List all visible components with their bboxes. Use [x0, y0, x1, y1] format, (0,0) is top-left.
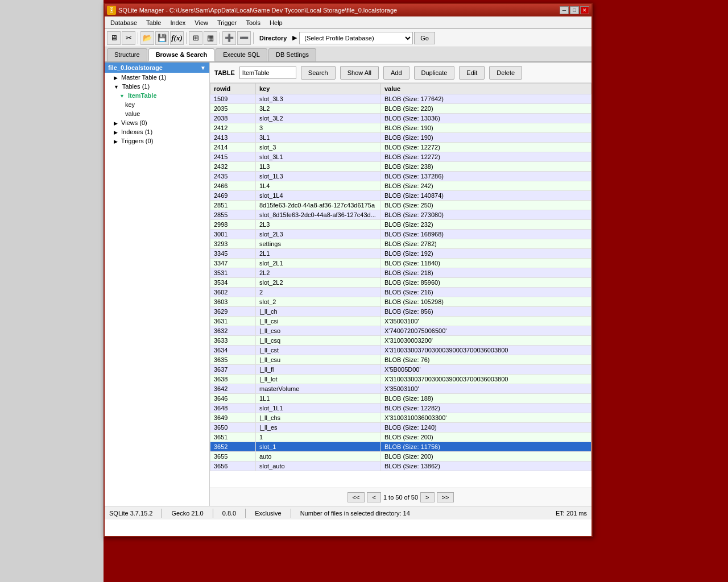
table-row[interactable]: 3293settingsBLOB (Size: 2782): [210, 239, 592, 249]
toolbar-save[interactable]: 💾: [155, 31, 169, 45]
table-row[interactable]: 28518d15fe63-2dc0-44a8-af36-127c43d6175a…: [210, 201, 592, 210]
toolbar-del-row[interactable]: ➖: [237, 31, 251, 45]
table-row[interactable]: 3650|_ll_esBLOB (Size: 1240): [210, 423, 592, 433]
cell-value: BLOB (Size: 12272): [381, 152, 592, 162]
sidebar-triggers[interactable]: ▶ Triggers (0): [105, 136, 209, 146]
table-row[interactable]: 24133L1BLOB (Size: 190): [210, 133, 592, 143]
menu-tools[interactable]: Tools: [242, 18, 264, 27]
table-row[interactable]: 3656slot_autoBLOB (Size: 13862): [210, 462, 592, 471]
cell-rowid: 2415: [210, 152, 256, 162]
status-sep-3: [245, 509, 246, 518]
delete-button[interactable]: Delete: [489, 66, 522, 80]
menu-database[interactable]: Database: [107, 18, 140, 27]
toolbar-new-db[interactable]: 🖥: [107, 31, 121, 45]
menu-table[interactable]: Table: [143, 18, 164, 27]
table-row[interactable]: 3634|_ll_cstX'31003300370030003900037000…: [210, 346, 592, 355]
table-row[interactable]: 3642masterVolumeX'35003100': [210, 384, 592, 394]
table-row[interactable]: 36461L1BLOB (Size: 188): [210, 394, 592, 404]
menu-view[interactable]: View: [191, 18, 212, 27]
add-button[interactable]: Add: [383, 66, 410, 80]
cell-key: |_ll_lot: [256, 375, 381, 384]
prev-page-button[interactable]: <: [367, 492, 380, 502]
sidebar-item-table[interactable]: ▼ ItemTable: [105, 91, 209, 100]
table-row[interactable]: 2435slot_1L3BLOB (Size: 137286): [210, 172, 592, 181]
table-row[interactable]: 2414slot_3BLOB (Size: 12272): [210, 143, 592, 152]
table-row[interactable]: 29982L3BLOB (Size: 232): [210, 220, 592, 230]
tables-label: Tables (1): [122, 83, 150, 90]
table-row[interactable]: 3648slot_1L1BLOB (Size: 12282): [210, 404, 592, 413]
sidebar-value-col[interactable]: value: [105, 109, 209, 118]
table-label: TABLE: [214, 69, 235, 76]
sidebar-key-col[interactable]: key: [105, 100, 209, 109]
tab-execute-sql[interactable]: Execute SQL: [216, 48, 267, 61]
tab-db-settings[interactable]: DB Settings: [268, 48, 316, 61]
table-row[interactable]: 3652slot_1BLOB (Size: 11756): [210, 442, 592, 452]
table-row[interactable]: 3629|_ll_chBLOB (Size: 856): [210, 307, 592, 317]
table-row[interactable]: 1509slot_3L3BLOB (Size: 177642): [210, 94, 592, 104]
table-row[interactable]: 3603slot_2BLOB (Size: 105298): [210, 297, 592, 307]
table-row[interactable]: 33452L1BLOB (Size: 192): [210, 249, 592, 259]
first-page-button[interactable]: <<: [348, 492, 365, 502]
sidebar-master-table[interactable]: ▶ Master Table (1): [105, 73, 209, 82]
tab-structure[interactable]: Structure: [107, 48, 147, 61]
table-row[interactable]: 24123BLOB (Size: 190): [210, 123, 592, 133]
search-button[interactable]: Search: [301, 66, 336, 80]
table-row[interactable]: 3635|_ll_csuBLOB (Size: 76): [210, 355, 592, 365]
menu-help[interactable]: Help: [266, 18, 286, 27]
table-row[interactable]: 2038slot_3L2BLOB (Size: 13036): [210, 114, 592, 123]
show-all-button[interactable]: Show All: [340, 66, 379, 80]
menu-trigger[interactable]: Trigger: [214, 18, 240, 27]
window-controls[interactable]: ─ □ ✕: [560, 6, 589, 14]
toolbar-func[interactable]: f(x): [170, 31, 184, 45]
sidebar-views[interactable]: ▶ Views (0): [105, 118, 209, 127]
table-row[interactable]: 2415slot_3L1BLOB (Size: 12272): [210, 152, 592, 162]
sidebar-dropdown[interactable]: ▼: [200, 65, 206, 71]
table-row[interactable]: 3631|_ll_csiX'35003100': [210, 317, 592, 326]
cell-rowid: 3652: [210, 442, 256, 452]
maximize-button[interactable]: □: [570, 6, 579, 14]
last-page-button[interactable]: >>: [437, 492, 454, 502]
col-header-key[interactable]: key: [256, 84, 381, 94]
minimize-button[interactable]: ─: [560, 6, 569, 14]
next-page-button[interactable]: >: [420, 492, 434, 502]
menu-index[interactable]: Index: [167, 18, 189, 27]
go-button[interactable]: Go: [414, 32, 435, 44]
table-row[interactable]: 36022BLOB (Size: 216): [210, 288, 592, 297]
table-row[interactable]: 3347slot_2L1BLOB (Size: 11840): [210, 259, 592, 268]
table-row[interactable]: 3632|_ll_csoX'7400720075006500': [210, 326, 592, 336]
table-row[interactable]: 24321L3BLOB (Size: 238): [210, 162, 592, 172]
duplicate-button[interactable]: Duplicate: [414, 66, 455, 80]
data-table-container[interactable]: rowid key value 1509slot_3L3BLOB (Size: …: [210, 83, 592, 488]
table-row[interactable]: 3649|_ll_chsX'3100310036003300': [210, 413, 592, 423]
toolbar-cut[interactable]: ✂: [122, 31, 135, 45]
toolbar-open[interactable]: 📂: [140, 31, 154, 45]
table-row[interactable]: 24661L4BLOB (Size: 242): [210, 181, 592, 191]
edit-button[interactable]: Edit: [459, 66, 485, 80]
table-row[interactable]: 20353L2BLOB (Size: 220): [210, 104, 592, 114]
toolbar-grid[interactable]: ⊞: [189, 31, 202, 45]
table-row[interactable]: 3633|_ll_csqX'310030003200': [210, 336, 592, 346]
table-row[interactable]: 36511BLOB (Size: 200): [210, 433, 592, 442]
toolbar-exec[interactable]: ▦: [204, 31, 217, 45]
table-row[interactable]: 2855slot_8d15fe63-2dc0-44a8-af36-127c43d…: [210, 210, 592, 220]
col-header-rowid[interactable]: rowid: [210, 84, 256, 94]
col-header-value[interactable]: value: [381, 84, 592, 94]
cell-key: 1: [256, 433, 381, 442]
table-row[interactable]: 2469slot_1L4BLOB (Size: 140874): [210, 191, 592, 201]
sidebar-tables-group[interactable]: ▼ Tables (1): [105, 82, 209, 91]
cell-value: BLOB (Size: 76): [381, 355, 592, 365]
table-row[interactable]: 3638|_ll_lotX'31003300370030003900037000…: [210, 375, 592, 384]
sidebar-indexes[interactable]: ▶ Indexes (1): [105, 127, 209, 136]
tab-browse-search[interactable]: Browse & Search: [148, 48, 214, 61]
table-row[interactable]: 3001slot_2L3BLOB (Size: 168968): [210, 230, 592, 239]
table-row[interactable]: 3637|_ll_flX'5B005D00': [210, 365, 592, 375]
close-button[interactable]: ✕: [580, 6, 589, 14]
table-row[interactable]: 3534slot_2L2BLOB (Size: 85960): [210, 278, 592, 288]
table-row[interactable]: 3655autoBLOB (Size: 200): [210, 452, 592, 462]
table-name-input[interactable]: [239, 66, 296, 79]
directory-select[interactable]: (Select Profile Database): [299, 32, 413, 44]
table-row[interactable]: 35312L2BLOB (Size: 218): [210, 268, 592, 278]
cell-rowid: 2414: [210, 143, 256, 152]
cell-rowid: 2432: [210, 162, 256, 172]
toolbar-add-row[interactable]: ➕: [222, 31, 236, 45]
